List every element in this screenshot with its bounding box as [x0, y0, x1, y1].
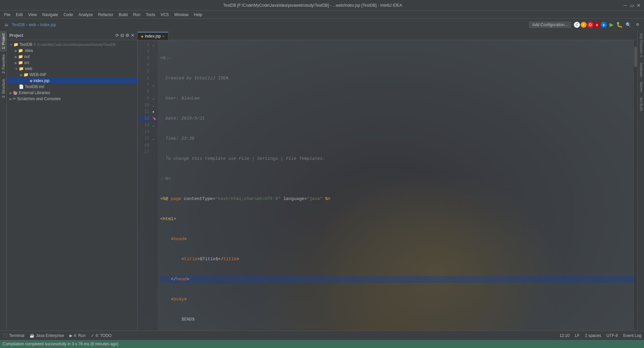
todo-label: 6: TODO — [96, 333, 112, 338]
bottom-tab-todo[interactable]: ✓ 6: TODO — [91, 333, 112, 338]
tab-close-button[interactable]: ✕ — [162, 34, 165, 38]
menu-build[interactable]: Build — [116, 12, 130, 18]
gear-icon[interactable]: ⚙ — [125, 33, 129, 38]
java-enterprise-label: Java Enterprise — [36, 333, 64, 338]
tree-label: index.jsp — [34, 78, 49, 83]
opera-icon[interactable]: O — [587, 22, 593, 28]
tree-arrow: ▶ — [9, 97, 12, 101]
code-editor[interactable]: 1 2 3 4 5 6 7 8 9 10 11 12 13 14 15 16 1… — [138, 40, 637, 331]
tree-item-idea[interactable]: ▶ 📁 .idea — [7, 48, 137, 54]
tree-label: src — [24, 60, 30, 65]
tree-item-testdbiml[interactable]: 📄 TestDB.iml — [7, 84, 137, 90]
breadcrumb-file[interactable]: index.jsp — [40, 22, 56, 27]
event-log-button[interactable]: Event Log — [623, 333, 641, 338]
tree-item-web[interactable]: ▼ 📁 web — [7, 66, 137, 72]
tree-label: External Libraries — [19, 90, 50, 95]
code-line-1: <%-- — [160, 55, 635, 62]
tree-arrow: ▶ — [9, 91, 12, 95]
sidebar-tab-project[interactable]: 1: Project — [0, 31, 6, 52]
menu-refactor[interactable]: Refactor — [96, 12, 116, 18]
tree-arrow: ▶ — [15, 49, 17, 53]
right-tab-antbuild[interactable]: Ant Build — [638, 95, 644, 114]
gutter-fold-1[interactable]: ⌄ — [152, 42, 157, 48]
bottom-bar: ⬛ Terminal ☕ Java Enterprise ▶ 4: Run ✓ … — [0, 331, 644, 340]
bottom-tab-terminal[interactable]: ⬛ Terminal — [3, 333, 24, 338]
run-label: 4: Run — [74, 333, 86, 338]
tree-item-scratches[interactable]: ▶ ✏ Scratches and Consoles — [7, 96, 137, 102]
folder-icon: 📁 — [19, 66, 24, 71]
code-line-7: --%> — [160, 176, 635, 182]
indent-info: 2 spaces — [585, 333, 601, 338]
menu-file[interactable]: File — [1, 12, 13, 18]
close-button[interactable]: ✕ — [636, 3, 641, 8]
minimize-button[interactable]: ─ — [623, 3, 628, 8]
sidebar-tab-structure[interactable]: 3: Structure — [0, 76, 6, 101]
tree-item-testdb[interactable]: ▼ 📁 TestDB F:\Code\MyCode\Java\idea\java… — [7, 42, 137, 48]
code-line-5: Time: 23:39 — [160, 135, 635, 142]
code-line-10: <head> — [160, 236, 635, 242]
right-tab-maven[interactable]: Maven — [638, 79, 644, 95]
add-configuration-button[interactable]: Add Configuration... — [529, 21, 571, 28]
edge-icon[interactable]: e — [601, 22, 607, 28]
project-header: Project ⟳ ⊟ ⚙ ✕ — [7, 31, 137, 40]
java-enterprise-icon: ☕ — [30, 333, 35, 338]
folder-icon: 📁 — [18, 60, 23, 65]
scrollbar-thumb[interactable] — [634, 47, 637, 67]
tree-item-external-libraries[interactable]: ▶ 📚 External Libraries — [7, 90, 137, 96]
tree-label: Scratches and Consoles — [17, 96, 61, 101]
editor-area: ◈ index.jsp ✕ 1 2 3 4 5 6 7 8 9 10 11 12… — [138, 31, 637, 331]
tree-label: WEB-INF — [30, 72, 47, 77]
settings-button[interactable]: ⚙ — [634, 21, 641, 28]
tree-item-out[interactable]: ▶ 📁 out — [7, 54, 137, 60]
chrome-icon[interactable]: C — [574, 22, 580, 28]
tree-item-src[interactable]: ▶ 📁 src — [7, 60, 137, 66]
tab-label: index.jsp — [145, 34, 161, 39]
code-line-11: <title> $Title$ </title> — [160, 256, 635, 263]
bottom-tab-java-enterprise[interactable]: ☕ Java Enterprise — [30, 333, 64, 338]
tree-label: out — [24, 54, 30, 59]
search-button[interactable]: 🔍 — [626, 22, 631, 27]
menu-tools[interactable]: Tools — [143, 12, 158, 18]
ie-icon[interactable]: e — [594, 22, 600, 28]
right-tab-keypromoter[interactable]: Key Promoter X — [638, 31, 644, 60]
menu-help[interactable]: Help — [191, 12, 205, 18]
project-icon[interactable]: 🗂 — [3, 22, 10, 28]
run-icon: ▶ — [69, 333, 72, 338]
tree-label: web — [25, 66, 32, 71]
menu-navigate[interactable]: Navigate — [40, 12, 61, 18]
title-text: TestDB [F:\Code\MyCode\Java\idea\javaweb… — [3, 3, 623, 8]
vertical-scrollbar[interactable] — [634, 40, 637, 331]
menu-edit[interactable]: Edit — [13, 12, 25, 18]
tab-bar: ◈ index.jsp ✕ — [138, 31, 637, 40]
close-panel-icon[interactable]: ✕ — [131, 33, 135, 38]
breadcrumb-web[interactable]: web — [29, 22, 36, 27]
collapse-icon[interactable]: ⊟ — [120, 33, 124, 38]
debug-button[interactable]: 🐛 — [616, 21, 623, 28]
code-line-12: </head> — [160, 276, 635, 283]
breadcrumb-testdb[interactable]: TestDB — [12, 22, 25, 27]
menu-run[interactable]: Run — [130, 12, 143, 18]
run-button[interactable]: ▶ — [609, 21, 613, 28]
sidebar-tab-favorites[interactable]: 2: Favorites — [0, 52, 6, 76]
file-iml-icon: 📄 — [19, 84, 24, 89]
firefox-icon[interactable]: F — [581, 22, 587, 28]
tree-item-webinf[interactable]: ▶ 📁 WEB-INF — [7, 72, 137, 78]
menu-window[interactable]: Window — [171, 12, 191, 18]
maximize-button[interactable]: ▭ — [629, 3, 635, 8]
bottom-tab-run[interactable]: ▶ 4: Run — [69, 333, 86, 338]
code-line-13: <body> — [160, 296, 635, 303]
menu-analyze[interactable]: Analyze — [76, 12, 96, 18]
code-line-4: Date: 2019/3/21 — [160, 115, 635, 122]
project-header-icons: ⟳ ⊟ ⚙ ✕ — [115, 33, 135, 38]
tree-item-indexjsp[interactable]: ◈ index.jsp — [7, 78, 137, 84]
menu-vcs[interactable]: VCS — [158, 12, 172, 18]
menu-view[interactable]: View — [25, 12, 40, 18]
sync-icon[interactable]: ⟳ — [115, 33, 119, 38]
tree-arrow: ▶ — [15, 61, 17, 65]
code-line-14: $END$ — [160, 316, 635, 323]
code-content[interactable]: <%-- Created by IntelliJ IDEA. User: Ala… — [158, 40, 637, 331]
editor-tab-indexjsp[interactable]: ◈ index.jsp ✕ — [138, 32, 168, 40]
terminal-icon: ⬛ — [3, 333, 8, 338]
menu-code[interactable]: Code — [61, 12, 76, 18]
right-tab-database[interactable]: Database — [638, 60, 644, 80]
